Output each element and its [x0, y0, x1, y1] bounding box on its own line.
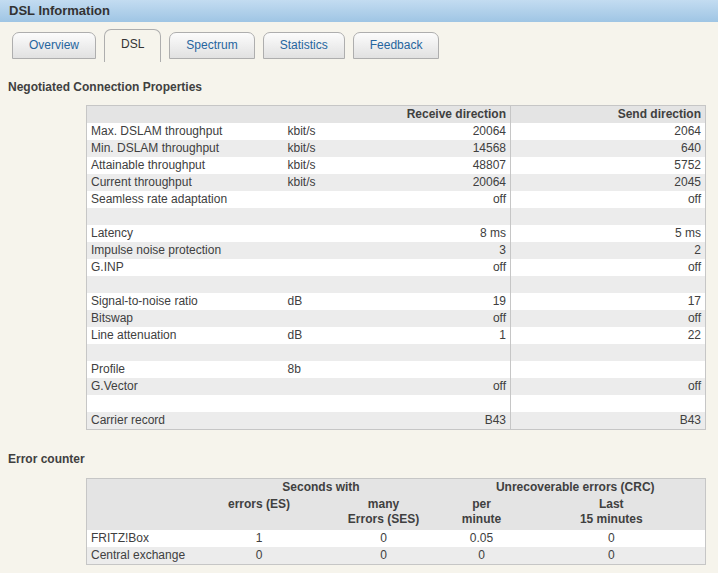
property-label: Max. DSLAM throughput — [87, 123, 284, 140]
property-label — [87, 208, 284, 225]
receive-value — [364, 344, 511, 361]
send-value: 2064 — [511, 123, 706, 140]
property-label: Latency — [87, 225, 284, 242]
unit-cell — [284, 259, 364, 276]
tab-statistics[interactable]: Statistics — [263, 32, 345, 59]
receive-value: off — [364, 191, 511, 208]
device-label: FRITZ!Box — [87, 530, 197, 547]
receive-value: 14568 — [364, 140, 511, 157]
property-label: G.Vector — [87, 378, 284, 395]
unit-cell — [284, 208, 364, 225]
spacer-row — [87, 208, 706, 225]
send-value: 22 — [511, 327, 706, 344]
send-value: B43 — [511, 412, 706, 430]
property-label: Min. DSLAM throughput — [87, 140, 284, 157]
table-row: G.Vectoroffoff — [87, 378, 706, 395]
column-header-1: errors (ES) — [197, 496, 322, 530]
send-value: 2 — [511, 242, 706, 259]
unit-cell — [284, 378, 364, 395]
send-value: off — [511, 191, 706, 208]
tab-feedback[interactable]: Feedback — [353, 32, 440, 59]
table-row: Line attenuationdB122 — [87, 327, 706, 344]
receive-value: 1 — [364, 327, 511, 344]
property-label: Signal-to-noise ratio — [87, 293, 284, 310]
connection-header-row: Receive directionSend direction — [87, 106, 706, 124]
property-label: Carrier record — [87, 412, 284, 430]
error-value-4: 0 — [518, 547, 706, 565]
tab-dsl[interactable]: DSL — [104, 29, 161, 62]
unit-cell: kbit/s — [284, 157, 364, 174]
group-header-unrecoverable-crc: Unrecoverable errors (CRC) — [446, 479, 706, 497]
receive-value: B43 — [364, 412, 511, 430]
table-row: Seamless rate adaptationoffoff — [87, 191, 706, 208]
table-row: Attainable throughputkbit/s488075752 — [87, 157, 706, 174]
unit-cell — [284, 395, 364, 412]
device-label: Central exchange — [87, 547, 197, 565]
error-value-2: 0 — [322, 530, 446, 547]
property-label: Seamless rate adaptation — [87, 191, 284, 208]
unit-cell — [284, 225, 364, 242]
send-value: 5752 — [511, 157, 706, 174]
error-value-3: 0.05 — [446, 530, 518, 547]
error-counter-table: Seconds withUnrecoverable errors (CRC)er… — [86, 478, 706, 565]
tab-spectrum[interactable]: Spectrum — [169, 32, 254, 59]
send-value — [511, 361, 706, 378]
tab-overview[interactable]: Overview — [12, 32, 96, 59]
receive-value — [364, 276, 511, 293]
send-value: 5 ms — [511, 225, 706, 242]
error-group-header-row: Seconds withUnrecoverable errors (CRC) — [87, 479, 706, 497]
error-value-1: 0 — [197, 547, 322, 565]
property-label — [87, 276, 284, 293]
column-header-receive: Receive direction — [364, 106, 511, 124]
table-row: Bitswapoffoff — [87, 310, 706, 327]
send-value — [511, 395, 706, 412]
receive-value — [364, 208, 511, 225]
send-value: off — [511, 259, 706, 276]
error-table-row: Central exchange0000 — [87, 547, 706, 565]
send-value — [511, 208, 706, 225]
spacer-row — [87, 395, 706, 412]
receive-value — [364, 395, 511, 412]
group-header-seconds-with: Seconds with — [197, 479, 446, 497]
spacer-row — [87, 344, 706, 361]
receive-value: off — [364, 259, 511, 276]
table-row: Signal-to-noise ratiodB1917 — [87, 293, 706, 310]
tab-bar: OverviewDSLSpectrumStatisticsFeedback — [12, 29, 439, 62]
receive-value: off — [364, 378, 511, 395]
property-label — [87, 344, 284, 361]
send-value: 640 — [511, 140, 706, 157]
header-empty-device — [87, 479, 197, 497]
unit-cell — [284, 344, 364, 361]
error-table-row: FRITZ!Box100.050 — [87, 530, 706, 547]
table-row: Impulse noise protection32 — [87, 242, 706, 259]
header-empty-label — [87, 106, 284, 124]
receive-value: 20064 — [364, 174, 511, 191]
unit-cell — [284, 191, 364, 208]
header-empty-unit — [284, 106, 364, 124]
receive-value: 3 — [364, 242, 511, 259]
column-header-send: Send direction — [511, 106, 706, 124]
unit-cell — [284, 276, 364, 293]
error-value-4: 0 — [518, 530, 706, 547]
unit-cell: dB — [284, 327, 364, 344]
table-row: Max. DSLAM throughputkbit/s200642064 — [87, 123, 706, 140]
table-row: G.INPoffoff — [87, 259, 706, 276]
property-label: Profile — [87, 361, 284, 378]
column-header-4: Last15 minutes — [518, 496, 706, 530]
send-value — [511, 276, 706, 293]
table-row: Min. DSLAM throughputkbit/s14568640 — [87, 140, 706, 157]
send-value: 2045 — [511, 174, 706, 191]
spacer-row — [87, 276, 706, 293]
property-label: G.INP — [87, 259, 284, 276]
error-value-2: 0 — [322, 547, 446, 565]
unit-cell — [284, 412, 364, 430]
column-header-3: perminute — [446, 496, 518, 530]
send-value: off — [511, 310, 706, 327]
property-label: Bitswap — [87, 310, 284, 327]
unit-cell — [284, 310, 364, 327]
receive-value: 20064 — [364, 123, 511, 140]
property-label: Line attenuation — [87, 327, 284, 344]
table-row: Carrier recordB43B43 — [87, 412, 706, 430]
property-label: Current throughput — [87, 174, 284, 191]
table-row: Profile8b — [87, 361, 706, 378]
